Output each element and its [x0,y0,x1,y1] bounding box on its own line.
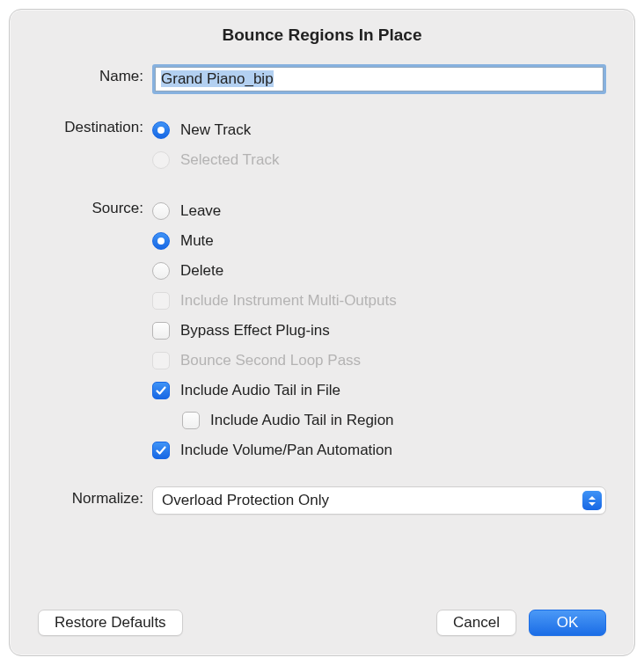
radio-icon [152,151,170,169]
normalize-value: Overload Protection Only [162,492,329,509]
destination-option-selected-track: Selected Track [152,145,606,175]
source-checkbox-second-loop: Bounce Second Loop Pass [152,346,606,376]
restore-defaults-button[interactable]: Restore Defaults [38,610,183,636]
checkbox-icon [182,412,200,429]
destination-option-new-track[interactable]: New Track [152,115,606,145]
ok-button[interactable]: OK [529,610,606,636]
option-label: Selected Track [180,151,279,169]
bounce-regions-dialog: Bounce Regions In Place Name: Grand Pian… [9,9,635,656]
option-label: Mute [180,232,214,250]
name-label: Name: [38,64,152,85]
option-label: Include Audio Tail in Region [210,412,394,429]
normalize-popup[interactable]: Overload Protection Only [152,486,606,515]
option-label: Leave [180,202,221,220]
dialog-button-bar: Restore Defaults Cancel OK [10,610,634,636]
checkbox-icon [152,382,170,399]
cancel-button[interactable]: Cancel [436,610,516,636]
source-checkbox-bypass-fx[interactable]: Bypass Effect Plug-ins [152,316,606,346]
source-option-delete[interactable]: Delete [152,256,606,286]
radio-icon [152,232,170,250]
option-label: Include Instrument Multi-Outputs [180,292,397,310]
source-checkbox-tail-in-file[interactable]: Include Audio Tail in File [152,376,606,406]
radio-icon [152,262,170,280]
option-label: Include Volume/Pan Automation [180,442,392,459]
source-label: Source: [38,196,152,217]
checkbox-icon [152,352,170,369]
checkbox-icon [152,442,170,459]
option-label: Delete [180,262,223,280]
destination-label: Destination: [38,115,152,136]
source-option-leave[interactable]: Leave [152,196,606,226]
option-label: Include Audio Tail in File [180,382,340,399]
option-label: Bypass Effect Plug-ins [180,322,330,340]
dialog-title: Bounce Regions In Place [223,26,422,44]
radio-icon [152,202,170,220]
dialog-titlebar: Bounce Regions In Place [10,10,634,57]
source-checkbox-vol-pan-auto[interactable]: Include Volume/Pan Automation [152,435,606,465]
radio-icon [152,121,170,139]
option-label: Bounce Second Loop Pass [180,352,361,369]
name-input[interactable]: Grand Piano_bip [155,67,604,91]
source-checkbox-tail-in-region[interactable]: Include Audio Tail in Region [152,406,606,435]
option-label: New Track [180,121,251,139]
checkbox-icon [152,322,170,340]
normalize-label: Normalize: [38,486,152,508]
source-checkbox-include-multi-outputs: Include Instrument Multi-Outputs [152,286,606,316]
source-option-mute[interactable]: Mute [152,226,606,256]
checkbox-icon [152,292,170,310]
popup-arrows-icon [582,491,602,510]
